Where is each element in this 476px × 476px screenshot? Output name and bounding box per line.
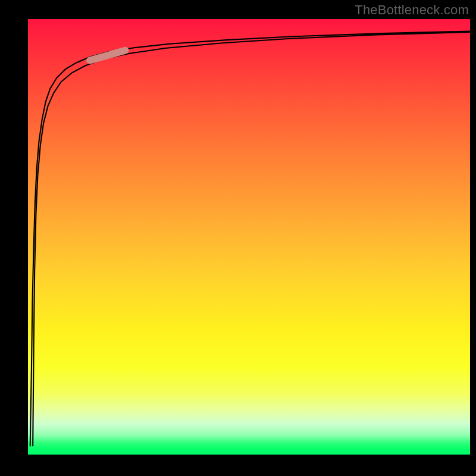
chart-curves — [28, 19, 470, 455]
highlight-segment — [90, 51, 125, 61]
plot-area — [28, 19, 470, 455]
curve-line-inner — [33, 32, 470, 446]
chart-frame: TheBottleneck.com — [0, 0, 476, 476]
curve-line — [30, 32, 470, 446]
attribution-label: TheBottleneck.com — [355, 2, 469, 18]
